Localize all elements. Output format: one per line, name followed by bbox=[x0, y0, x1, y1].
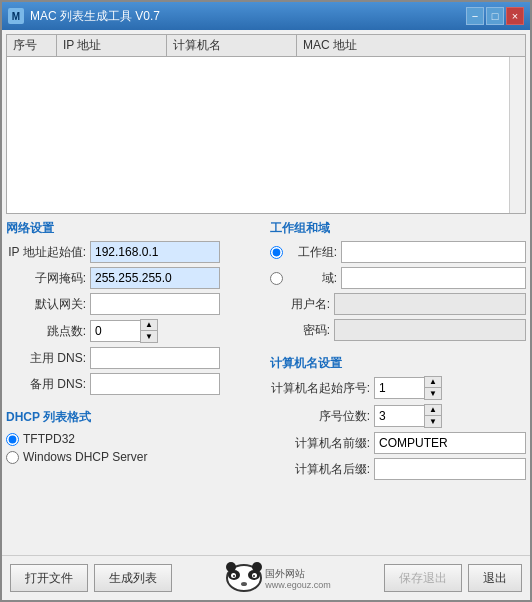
workgroup-row: 工作组: bbox=[270, 241, 526, 263]
hops-decrement-button[interactable]: ▼ bbox=[141, 331, 157, 342]
workgroup-section: 工作组和域 工作组: 域: 用户名: bbox=[270, 220, 526, 345]
minimize-button[interactable]: − bbox=[466, 7, 484, 25]
workgroup-input[interactable] bbox=[341, 241, 526, 263]
start-seq-spinner: ▲ ▼ bbox=[374, 376, 442, 400]
seq-digits-row: 序号位数: ▲ ▼ bbox=[270, 404, 526, 428]
ip-label: IP 地址起始值: bbox=[6, 244, 86, 261]
hops-row: 跳点数: ▲ ▼ bbox=[6, 319, 262, 343]
panda-icon bbox=[225, 562, 263, 594]
dhcp-tftpd32-radio[interactable] bbox=[6, 433, 19, 446]
scrollbar[interactable] bbox=[509, 57, 525, 214]
mac-table: 序号 IP 地址 计算机名 MAC 地址 bbox=[6, 34, 526, 214]
suffix-label: 计算机名后缀: bbox=[270, 461, 370, 478]
main-window: M MAC 列表生成工具 V0.7 − □ × 序号 IP 地址 计算机名 MA… bbox=[0, 0, 532, 602]
workgroup-section-title: 工作组和域 bbox=[270, 220, 526, 237]
logo-container: 国外网站 www.egouz.com bbox=[225, 562, 331, 594]
dhcp-tftpd32-label: TFTPD32 bbox=[23, 432, 75, 446]
col-header-computer: 计算机名 bbox=[167, 35, 297, 56]
title-bar-left: M MAC 列表生成工具 V0.7 bbox=[8, 8, 160, 25]
exit-button[interactable]: 退出 bbox=[468, 564, 522, 592]
seq-digits-increment-button[interactable]: ▲ bbox=[425, 405, 441, 416]
dhcp-tftpd32-option: TFTPD32 bbox=[6, 432, 262, 446]
logo-site-text: 国外网站 bbox=[265, 567, 305, 580]
dns-primary-label: 主用 DNS: bbox=[6, 350, 86, 367]
dns-secondary-row: 备用 DNS: bbox=[6, 373, 262, 395]
window-title: MAC 列表生成工具 V0.7 bbox=[30, 8, 160, 25]
logo-area: 国外网站 www.egouz.com bbox=[225, 562, 331, 594]
dhcp-section: DHCP 列表格式 TFTPD32 Windows DHCP Server bbox=[6, 409, 262, 468]
hops-spinner-buttons: ▲ ▼ bbox=[140, 319, 158, 343]
subnet-input[interactable] bbox=[90, 267, 220, 289]
dns-secondary-label: 备用 DNS: bbox=[6, 376, 86, 393]
workgroup-label: 工作组: bbox=[287, 244, 337, 261]
workgroup-radio[interactable] bbox=[270, 246, 283, 259]
start-seq-label: 计算机名起始序号: bbox=[270, 380, 370, 397]
start-seq-input[interactable] bbox=[374, 377, 424, 399]
password-label: 密码: bbox=[286, 322, 330, 339]
footer-left-buttons: 打开文件 生成列表 bbox=[10, 564, 172, 592]
ip-input[interactable] bbox=[90, 241, 220, 263]
col-header-mac: MAC 地址 bbox=[297, 35, 525, 56]
prefix-input[interactable] bbox=[374, 432, 526, 454]
network-section-title: 网络设置 bbox=[6, 220, 262, 237]
table-header: 序号 IP 地址 计算机名 MAC 地址 bbox=[7, 35, 525, 57]
computer-name-section-title: 计算机名设置 bbox=[270, 355, 526, 372]
seq-digits-decrement-button[interactable]: ▼ bbox=[425, 416, 441, 427]
seq-digits-input[interactable] bbox=[374, 405, 424, 427]
seq-digits-spinner-buttons: ▲ ▼ bbox=[424, 404, 442, 428]
suffix-input[interactable] bbox=[374, 458, 526, 480]
hops-label: 跳点数: bbox=[6, 323, 86, 340]
start-seq-spinner-buttons: ▲ ▼ bbox=[424, 376, 442, 400]
seq-digits-label: 序号位数: bbox=[270, 408, 370, 425]
domain-radio[interactable] bbox=[270, 272, 283, 285]
dhcp-windows-option: Windows DHCP Server bbox=[6, 450, 262, 464]
hops-input[interactable] bbox=[90, 320, 140, 342]
ip-row: IP 地址起始值: bbox=[6, 241, 262, 263]
table-body bbox=[7, 57, 525, 214]
username-input[interactable] bbox=[334, 293, 526, 315]
gateway-row: 默认网关: bbox=[6, 293, 262, 315]
generate-list-button[interactable]: 生成列表 bbox=[94, 564, 172, 592]
domain-label: 域: bbox=[287, 270, 337, 287]
subnet-label: 子网掩码: bbox=[6, 270, 86, 287]
password-input[interactable] bbox=[334, 319, 526, 341]
dhcp-section-title: DHCP 列表格式 bbox=[6, 409, 262, 426]
right-panel: 工作组和域 工作组: 域: 用户名: bbox=[270, 220, 526, 551]
prefix-row: 计算机名前缀: bbox=[270, 432, 526, 454]
logo-text-block: 国外网站 www.egouz.com bbox=[265, 567, 331, 590]
domain-row: 域: bbox=[270, 267, 526, 289]
title-bar: M MAC 列表生成工具 V0.7 − □ × bbox=[2, 2, 530, 30]
main-content: 网络设置 IP 地址起始值: 子网掩码: 默认网关: 跳点数: bbox=[2, 214, 530, 555]
app-icon: M bbox=[8, 8, 24, 24]
hops-spinner: ▲ ▼ bbox=[90, 319, 158, 343]
domain-input[interactable] bbox=[341, 267, 526, 289]
dns-primary-input[interactable] bbox=[90, 347, 220, 369]
col-header-ip: IP 地址 bbox=[57, 35, 167, 56]
dhcp-windows-radio[interactable] bbox=[6, 451, 19, 464]
title-controls: − □ × bbox=[466, 7, 524, 25]
dns-primary-row: 主用 DNS: bbox=[6, 347, 262, 369]
footer-right-buttons: 保存退出 退出 bbox=[384, 564, 522, 592]
start-seq-increment-button[interactable]: ▲ bbox=[425, 377, 441, 388]
save-exit-button[interactable]: 保存退出 bbox=[384, 564, 462, 592]
gateway-label: 默认网关: bbox=[6, 296, 86, 313]
col-header-seq: 序号 bbox=[7, 35, 57, 56]
dhcp-windows-label: Windows DHCP Server bbox=[23, 450, 147, 464]
subnet-row: 子网掩码: bbox=[6, 267, 262, 289]
username-row: 用户名: bbox=[270, 293, 526, 315]
suffix-row: 计算机名后缀: bbox=[270, 458, 526, 480]
open-file-button[interactable]: 打开文件 bbox=[10, 564, 88, 592]
panda-nose bbox=[241, 582, 247, 586]
logo-url-text: www.egouz.com bbox=[265, 580, 331, 590]
seq-digits-spinner: ▲ ▼ bbox=[374, 404, 442, 428]
left-panel: 网络设置 IP 地址起始值: 子网掩码: 默认网关: 跳点数: bbox=[6, 220, 262, 551]
computer-name-section: 计算机名设置 计算机名起始序号: ▲ ▼ 序号位数: bbox=[270, 355, 526, 484]
dns-secondary-input[interactable] bbox=[90, 373, 220, 395]
start-seq-decrement-button[interactable]: ▼ bbox=[425, 388, 441, 399]
network-settings-section: 网络设置 IP 地址起始值: 子网掩码: 默认网关: 跳点数: bbox=[6, 220, 262, 399]
maximize-button[interactable]: □ bbox=[486, 7, 504, 25]
start-seq-row: 计算机名起始序号: ▲ ▼ bbox=[270, 376, 526, 400]
close-button[interactable]: × bbox=[506, 7, 524, 25]
gateway-input[interactable] bbox=[90, 293, 220, 315]
hops-increment-button[interactable]: ▲ bbox=[141, 320, 157, 331]
